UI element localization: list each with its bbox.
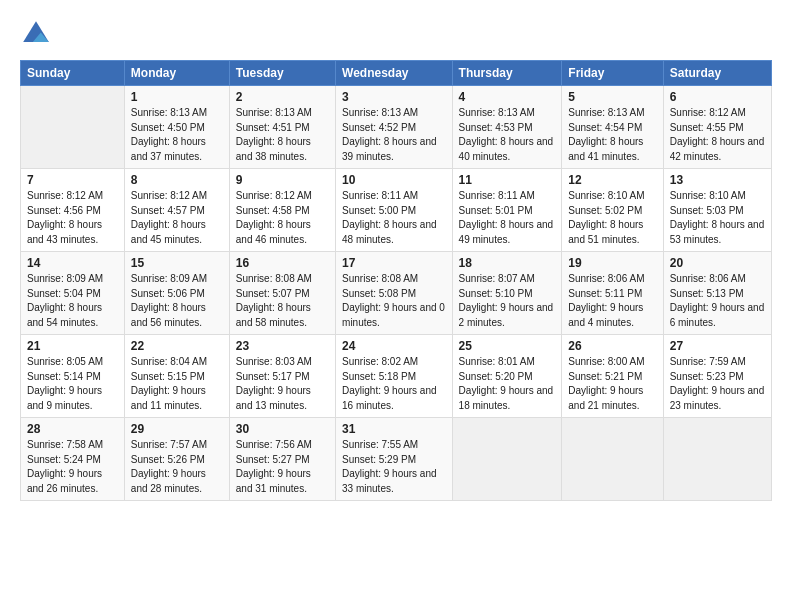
day-number: 16 (236, 256, 329, 270)
day-number: 25 (459, 339, 556, 353)
sunrise-text: Sunrise: 8:13 AM (459, 107, 535, 118)
day-number: 15 (131, 256, 223, 270)
daylight-text: Daylight: 8 hours and 39 minutes. (342, 136, 437, 162)
sunset-text: Sunset: 5:17 PM (236, 371, 310, 382)
calendar-cell: 7Sunrise: 8:12 AMSunset: 4:56 PMDaylight… (21, 169, 125, 252)
sunrise-text: Sunrise: 7:58 AM (27, 439, 103, 450)
daylight-text: Daylight: 8 hours and 43 minutes. (27, 219, 102, 245)
sunset-text: Sunset: 4:55 PM (670, 122, 744, 133)
day-number: 23 (236, 339, 329, 353)
cell-content: Sunrise: 8:08 AMSunset: 5:07 PMDaylight:… (236, 272, 329, 330)
sunset-text: Sunset: 5:26 PM (131, 454, 205, 465)
sunrise-text: Sunrise: 8:12 AM (131, 190, 207, 201)
cell-content: Sunrise: 8:08 AMSunset: 5:08 PMDaylight:… (342, 272, 446, 330)
daylight-text: Daylight: 8 hours and 41 minutes. (568, 136, 643, 162)
sunrise-text: Sunrise: 8:11 AM (459, 190, 535, 201)
calendar-week-row: 14Sunrise: 8:09 AMSunset: 5:04 PMDayligh… (21, 252, 772, 335)
day-number: 18 (459, 256, 556, 270)
calendar-cell: 16Sunrise: 8:08 AMSunset: 5:07 PMDayligh… (229, 252, 335, 335)
sunset-text: Sunset: 5:23 PM (670, 371, 744, 382)
sunset-text: Sunset: 5:10 PM (459, 288, 533, 299)
sunrise-text: Sunrise: 8:13 AM (342, 107, 418, 118)
cell-content: Sunrise: 8:12 AMSunset: 4:56 PMDaylight:… (27, 189, 118, 247)
weekday-header: Sunday (21, 61, 125, 86)
sunrise-text: Sunrise: 8:13 AM (131, 107, 207, 118)
cell-content: Sunrise: 8:01 AMSunset: 5:20 PMDaylight:… (459, 355, 556, 413)
sunrise-text: Sunrise: 8:08 AM (236, 273, 312, 284)
day-number: 3 (342, 90, 446, 104)
calendar-cell: 28Sunrise: 7:58 AMSunset: 5:24 PMDayligh… (21, 418, 125, 501)
calendar-cell: 17Sunrise: 8:08 AMSunset: 5:08 PMDayligh… (336, 252, 453, 335)
sunset-text: Sunset: 5:11 PM (568, 288, 642, 299)
day-number: 27 (670, 339, 765, 353)
sunrise-text: Sunrise: 8:01 AM (459, 356, 535, 367)
day-number: 12 (568, 173, 656, 187)
calendar-week-row: 7Sunrise: 8:12 AMSunset: 4:56 PMDaylight… (21, 169, 772, 252)
sunset-text: Sunset: 5:00 PM (342, 205, 416, 216)
weekday-header: Thursday (452, 61, 562, 86)
sunrise-text: Sunrise: 8:10 AM (670, 190, 746, 201)
daylight-text: Daylight: 8 hours and 42 minutes. (670, 136, 765, 162)
calendar-cell: 4Sunrise: 8:13 AMSunset: 4:53 PMDaylight… (452, 86, 562, 169)
daylight-text: Daylight: 9 hours and 16 minutes. (342, 385, 437, 411)
cell-content: Sunrise: 8:12 AMSunset: 4:58 PMDaylight:… (236, 189, 329, 247)
day-number: 28 (27, 422, 118, 436)
sunset-text: Sunset: 5:15 PM (131, 371, 205, 382)
cell-content: Sunrise: 7:58 AMSunset: 5:24 PMDaylight:… (27, 438, 118, 496)
daylight-text: Daylight: 9 hours and 26 minutes. (27, 468, 102, 494)
sunset-text: Sunset: 4:56 PM (27, 205, 101, 216)
page: SundayMondayTuesdayWednesdayThursdayFrid… (0, 0, 792, 612)
sunset-text: Sunset: 5:01 PM (459, 205, 533, 216)
cell-content: Sunrise: 8:05 AMSunset: 5:14 PMDaylight:… (27, 355, 118, 413)
day-number: 4 (459, 90, 556, 104)
cell-content: Sunrise: 8:04 AMSunset: 5:15 PMDaylight:… (131, 355, 223, 413)
calendar-cell: 10Sunrise: 8:11 AMSunset: 5:00 PMDayligh… (336, 169, 453, 252)
sunrise-text: Sunrise: 8:05 AM (27, 356, 103, 367)
daylight-text: Daylight: 8 hours and 58 minutes. (236, 302, 311, 328)
daylight-text: Daylight: 8 hours and 45 minutes. (131, 219, 206, 245)
cell-content: Sunrise: 8:07 AMSunset: 5:10 PMDaylight:… (459, 272, 556, 330)
daylight-text: Daylight: 9 hours and 18 minutes. (459, 385, 554, 411)
calendar-cell (562, 418, 663, 501)
calendar-cell: 3Sunrise: 8:13 AMSunset: 4:52 PMDaylight… (336, 86, 453, 169)
daylight-text: Daylight: 9 hours and 28 minutes. (131, 468, 206, 494)
daylight-text: Daylight: 9 hours and 6 minutes. (670, 302, 765, 328)
daylight-text: Daylight: 9 hours and 11 minutes. (131, 385, 206, 411)
cell-content: Sunrise: 7:57 AMSunset: 5:26 PMDaylight:… (131, 438, 223, 496)
weekday-header: Saturday (663, 61, 771, 86)
sunrise-text: Sunrise: 8:09 AM (131, 273, 207, 284)
day-number: 30 (236, 422, 329, 436)
day-number: 29 (131, 422, 223, 436)
sunrise-text: Sunrise: 8:08 AM (342, 273, 418, 284)
daylight-text: Daylight: 9 hours and 4 minutes. (568, 302, 643, 328)
day-number: 7 (27, 173, 118, 187)
calendar-cell: 29Sunrise: 7:57 AMSunset: 5:26 PMDayligh… (124, 418, 229, 501)
calendar-cell: 27Sunrise: 7:59 AMSunset: 5:23 PMDayligh… (663, 335, 771, 418)
cell-content: Sunrise: 7:55 AMSunset: 5:29 PMDaylight:… (342, 438, 446, 496)
day-number: 2 (236, 90, 329, 104)
calendar-cell: 8Sunrise: 8:12 AMSunset: 4:57 PMDaylight… (124, 169, 229, 252)
sunset-text: Sunset: 4:58 PM (236, 205, 310, 216)
sunset-text: Sunset: 5:03 PM (670, 205, 744, 216)
sunrise-text: Sunrise: 8:11 AM (342, 190, 418, 201)
cell-content: Sunrise: 8:11 AMSunset: 5:00 PMDaylight:… (342, 189, 446, 247)
calendar-table: SundayMondayTuesdayWednesdayThursdayFrid… (20, 60, 772, 501)
sunset-text: Sunset: 5:13 PM (670, 288, 744, 299)
day-number: 19 (568, 256, 656, 270)
sunrise-text: Sunrise: 7:55 AM (342, 439, 418, 450)
calendar-week-row: 1Sunrise: 8:13 AMSunset: 4:50 PMDaylight… (21, 86, 772, 169)
sunrise-text: Sunrise: 8:13 AM (236, 107, 312, 118)
calendar-cell: 13Sunrise: 8:10 AMSunset: 5:03 PMDayligh… (663, 169, 771, 252)
sunrise-text: Sunrise: 8:06 AM (670, 273, 746, 284)
daylight-text: Daylight: 8 hours and 54 minutes. (27, 302, 102, 328)
cell-content: Sunrise: 8:12 AMSunset: 4:55 PMDaylight:… (670, 106, 765, 164)
cell-content: Sunrise: 8:10 AMSunset: 5:02 PMDaylight:… (568, 189, 656, 247)
daylight-text: Daylight: 9 hours and 21 minutes. (568, 385, 643, 411)
sunrise-text: Sunrise: 8:04 AM (131, 356, 207, 367)
calendar-cell: 6Sunrise: 8:12 AMSunset: 4:55 PMDaylight… (663, 86, 771, 169)
daylight-text: Daylight: 9 hours and 31 minutes. (236, 468, 311, 494)
daylight-text: Daylight: 9 hours and 23 minutes. (670, 385, 765, 411)
daylight-text: Daylight: 8 hours and 37 minutes. (131, 136, 206, 162)
day-number: 22 (131, 339, 223, 353)
sunset-text: Sunset: 5:08 PM (342, 288, 416, 299)
